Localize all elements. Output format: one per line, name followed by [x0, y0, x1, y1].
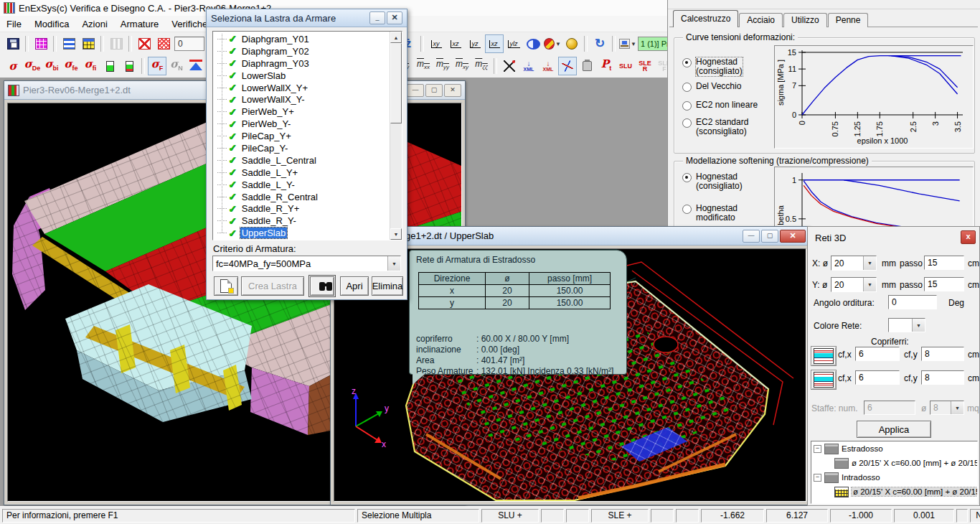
applica-button[interactable]: Applica — [857, 421, 931, 438]
minimize-button[interactable]: — — [743, 230, 760, 243]
radio-hognestad[interactable]: Hognestad (consigliato) — [682, 172, 743, 191]
plot-yz-button[interactable]: yz — [466, 34, 484, 53]
criterio-combo[interactable]: fc=40MPa_fy=500MPa ▼ — [212, 256, 401, 271]
plot-xz-grid-button[interactable]: xz — [485, 34, 504, 53]
tab-calcestruzzo[interactable]: Calcestruzzo — [673, 10, 738, 27]
tree-leaf[interactable]: ø 20/15' X c=60.00 [mm] + ø 20/15 — [811, 485, 977, 499]
lastra-item[interactable]: ✓Saddle_R_Y- — [213, 215, 402, 227]
plot-xy-button[interactable]: xy — [427, 34, 446, 53]
collapse-icon[interactable]: − — [814, 445, 821, 453]
close-icon[interactable]: ✕ — [780, 230, 806, 243]
sigma-button[interactable]: σ — [4, 57, 22, 75]
sigma-f-button[interactable]: σF — [148, 57, 166, 75]
level-triangle-button[interactable] — [187, 57, 205, 75]
refresh-button[interactable]: ↻ — [590, 34, 609, 53]
new-lastra-button[interactable] — [214, 276, 238, 296]
crea-lastra-button[interactable]: Crea Lastra — [241, 276, 304, 296]
scroll-thumb[interactable] — [390, 43, 402, 123]
lastra-item[interactable]: ✓PileCap_Y+ — [213, 130, 402, 142]
table-blue-button[interactable] — [60, 34, 78, 53]
cfx-input[interactable]: 6 — [855, 347, 900, 361]
estradosso-button[interactable] — [811, 346, 837, 366]
chevron-down-icon[interactable]: ▼ — [387, 256, 400, 271]
sphere-render-button[interactable] — [562, 34, 581, 53]
menu-modifica[interactable]: Modifica — [28, 17, 75, 31]
minimize-button[interactable]: _ — [369, 11, 385, 24]
battery-bottom-button[interactable] — [120, 57, 138, 75]
save-button[interactable] — [4, 34, 22, 53]
lastra-item[interactable]: ✓PierWeb_Y+ — [213, 106, 402, 118]
reinforcement-tree[interactable]: −Estradossoø 20/15' X c=60.00 [mm] + ø 2… — [811, 441, 978, 504]
radio-del-vecchio[interactable]: Del Vecchio — [682, 82, 741, 92]
mesh-hatch-button[interactable] — [154, 34, 173, 53]
maximize-button[interactable]: ▢ — [761, 230, 778, 243]
bridge-view-button[interactable]: ▼ — [618, 34, 637, 53]
chevron-down-icon[interactable]: ▼ — [863, 256, 876, 270]
m-xx-button[interactable]: mxx — [414, 57, 433, 75]
elimina-button[interactable]: Elimina — [372, 276, 403, 296]
lastra-item[interactable]: ✓PierWeb_Y- — [213, 118, 402, 130]
param-a-field[interactable]: 0 — [174, 37, 204, 51]
lastra-item[interactable]: ✓Diaphgram_Y02 — [213, 45, 402, 57]
p-t-button[interactable]: Pt — [597, 57, 616, 75]
menu-azioni[interactable]: Azioni — [75, 17, 113, 31]
sigma-bi-button[interactable]: σbi — [42, 57, 61, 75]
chevron-down-icon[interactable]: ▼ — [555, 41, 561, 47]
apri-button[interactable]: Apri — [340, 276, 369, 296]
cfy-input[interactable]: 8 — [921, 347, 964, 361]
close-icon[interactable]: ✕ — [387, 11, 402, 24]
close-icon[interactable]: ✕ — [444, 84, 461, 97]
menu-armature[interactable]: Armature — [114, 17, 165, 31]
lastra-item[interactable]: ✓Saddle_R_Y+ — [213, 202, 402, 215]
list-scrollbar[interactable]: ▲ ▼ — [390, 32, 402, 240]
radio-ec2-non-lineare[interactable]: EC2 non lineare — [682, 100, 758, 111]
radio-hognestad[interactable]: Hognestad modificato — [682, 204, 738, 223]
lastra-item[interactable]: ✓LowerSlab — [213, 70, 402, 82]
cfy-input[interactable]: 8 — [921, 370, 964, 385]
m-xy-button[interactable]: mxy — [453, 57, 471, 75]
radio-ec2-standard[interactable]: EC2 standard (sconsigliato) — [682, 118, 748, 136]
lastra-item[interactable]: ✓Saddle_L_Central — [213, 154, 402, 167]
close-icon[interactable]: x — [961, 230, 976, 244]
lastra-item[interactable]: ✓Saddle_R_Central — [213, 191, 402, 203]
cfx-input[interactable]: 6 — [855, 370, 900, 385]
plot-xz-button[interactable]: xz — [446, 34, 465, 53]
battery-top-button[interactable] — [100, 57, 119, 75]
scroll-down-icon[interactable]: ▼ — [390, 228, 402, 240]
menu-file[interactable]: File — [0, 17, 28, 31]
tab-acciaio[interactable]: Acciaio — [739, 13, 783, 27]
lastra-item[interactable]: ✓Saddle_L_Y+ — [213, 167, 402, 179]
tree-leaf[interactable]: ø 20/15' X c=60.00 [mm] + ø 20/15 — [811, 456, 977, 470]
xml-import-button[interactable]: ↓XML — [519, 57, 538, 75]
passo-input[interactable]: 15 — [924, 256, 964, 270]
shield-section-button[interactable] — [524, 34, 542, 53]
sle-r-button[interactable]: SLE R — [636, 57, 654, 75]
mesh-magenta-button[interactable] — [32, 34, 50, 53]
scroll-up-icon[interactable]: ▲ — [390, 32, 402, 43]
lastra-list[interactable]: ✓Diaphgram_Y01✓Diaphgram_Y02✓Diaphragm_Y… — [212, 31, 402, 240]
dialog-seleziona-lastra[interactable]: Seleziona la Lastra da Armare _ ✕ ✓Diaph… — [206, 9, 407, 300]
m-yy-button[interactable]: myy — [433, 57, 452, 75]
passo-input[interactable]: 15 — [924, 277, 964, 291]
dialog-title-bar[interactable]: Seleziona la Lastra da Armare _ ✕ — [207, 9, 407, 27]
search-lastra-button[interactable] — [310, 276, 334, 296]
chevron-down-icon[interactable]: ▼ — [863, 278, 876, 291]
minimize-button[interactable]: — — [407, 84, 424, 97]
trash-button[interactable] — [578, 57, 596, 75]
sigma-de-button[interactable]: σDe — [23, 57, 42, 75]
slu-button[interactable]: SLU — [616, 57, 635, 75]
sigma-fi-button[interactable]: σfi — [81, 57, 100, 75]
bar-diam-combo[interactable]: 20▼ — [831, 277, 877, 292]
plot-ylz-button[interactable]: ylz — [504, 34, 523, 53]
angolo-input[interactable]: 0 — [888, 295, 937, 309]
lastra-item[interactable]: ✓LowerWallX_Y- — [213, 93, 402, 106]
mesh-delete-button[interactable] — [135, 34, 154, 53]
sigma-fe-button[interactable]: σfe — [62, 57, 80, 75]
wizard-button[interactable] — [500, 57, 519, 75]
columns-gray-button[interactable] — [107, 34, 126, 53]
tab-penne[interactable]: Penne — [828, 13, 869, 27]
lastra-item[interactable]: ✓Saddle_L_Y- — [213, 179, 402, 191]
tab-utilizzo[interactable]: Utilizzo — [783, 13, 827, 27]
lastra-item[interactable]: ✓PileCap_Y- — [213, 142, 402, 154]
collapse-icon[interactable]: − — [814, 474, 821, 482]
